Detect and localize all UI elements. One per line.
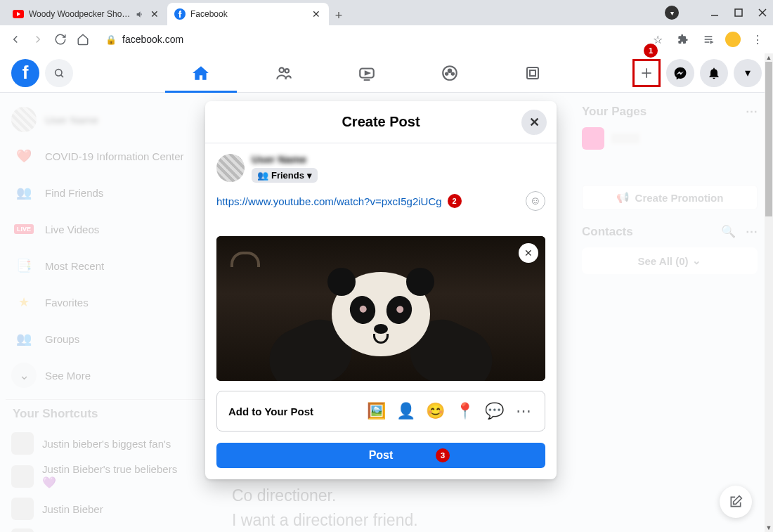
gif-icon[interactable]: 💬 <box>484 402 504 420</box>
scrollbar[interactable]: ▲ ▼ <box>765 53 773 532</box>
url-input[interactable]: 🔒 facebook.com <box>97 29 637 50</box>
close-icon[interactable]: ✕ <box>311 8 322 20</box>
close-icon[interactable]: ✕ <box>149 8 160 20</box>
add-to-post-label: Add to Your Post <box>228 406 313 417</box>
profile-icon[interactable]: ▾ <box>665 6 679 20</box>
nav-groups[interactable] <box>411 55 488 91</box>
svg-rect-16 <box>527 67 538 79</box>
shortcut-item[interactable]: Justin bieber's biggest fan's <box>6 428 205 459</box>
sidebar-item-covid[interactable]: ❤️COVID-19 Information Center <box>6 138 205 174</box>
remove-preview-button[interactable]: ✕ <box>519 243 538 263</box>
more-icon[interactable]: ⋯ <box>514 402 533 420</box>
shortcuts-header: Your Shortcuts <box>6 399 205 428</box>
reload-button[interactable] <box>52 31 69 48</box>
shortcut-thumb <box>11 528 34 532</box>
back-button[interactable] <box>7 31 24 48</box>
your-pages-header: Your Pages <box>582 105 647 119</box>
annotation-2: 2 <box>448 194 462 208</box>
url-text: facebook.com <box>122 34 183 45</box>
search-button[interactable] <box>45 59 73 87</box>
svg-rect-3 <box>735 9 742 16</box>
nav-gaming[interactable] <box>494 55 571 91</box>
emoji-button[interactable]: ☺ <box>526 191 545 211</box>
page-thumb[interactable] <box>582 127 604 150</box>
feeling-icon[interactable]: 😊 <box>425 402 445 420</box>
svg-line-7 <box>61 74 63 77</box>
nav-home[interactable] <box>162 55 240 91</box>
live-icon: LIVE <box>11 216 37 242</box>
forward-button[interactable] <box>30 31 46 48</box>
notifications-button[interactable] <box>700 59 728 87</box>
svg-point-13 <box>448 69 451 72</box>
tab-youtube[interactable]: Woody Woodpecker Show | ✕ <box>6 3 167 25</box>
scroll-up-icon[interactable]: ▲ <box>765 53 773 62</box>
minimize-button[interactable] <box>710 8 720 18</box>
link-preview: ✕ <box>216 236 545 381</box>
sidebar-profile[interactable]: User Name <box>6 101 205 138</box>
create-promotion-button[interactable]: 📢Create Promotion <box>582 185 758 210</box>
reading-list-icon[interactable] <box>700 31 717 48</box>
tab-facebook[interactable]: Facebook ✕ <box>167 3 329 25</box>
scroll-down-icon[interactable]: ▼ <box>765 524 773 532</box>
see-all-button[interactable]: See All (0)⌄ <box>582 247 758 274</box>
sidebar-item-recent[interactable]: 📑Most Recent <box>6 247 205 284</box>
audience-selector[interactable]: 👥 Friends ▾ <box>252 168 318 183</box>
scrollbar-thumb[interactable] <box>765 62 772 216</box>
page-name <box>611 134 639 143</box>
svg-point-9 <box>285 69 289 72</box>
browser-chrome: Woody Woodpecker Show | ✕ Facebook ✕ + ▾… <box>0 0 773 53</box>
post-button[interactable]: Post 3 <box>216 443 545 468</box>
nav-watch[interactable] <box>328 55 405 91</box>
more-icon[interactable]: ⋯ <box>746 224 758 239</box>
tab-title: Facebook <box>190 9 306 19</box>
shortcut-item[interactable]: Justin Bieber's true beliebers💜 <box>6 459 205 493</box>
shortcut-thumb <box>11 498 34 520</box>
sidebar-item-friends[interactable]: 👥Find Friends <box>6 174 205 211</box>
groups-icon: 👥 <box>11 326 37 351</box>
messenger-button[interactable] <box>666 59 694 87</box>
create-post-modal: Create Post ✕ User Name 👥 Friends ▾ http… <box>205 101 557 479</box>
svg-point-15 <box>452 72 454 74</box>
chevron-down-icon: ⌄ <box>692 254 701 267</box>
extensions-icon[interactable] <box>675 31 691 48</box>
maximize-button[interactable] <box>734 8 743 18</box>
menu-icon[interactable]: ⋮ <box>749 31 766 48</box>
preview-image <box>216 236 545 381</box>
compose-area[interactable]: https://www.youtube.com/watch?v=pxcI5g2i… <box>216 191 545 211</box>
shortcut-thumb <box>11 465 34 488</box>
more-icon[interactable]: ⋯ <box>746 104 758 119</box>
tab-strip: Woody Woodpecker Show | ✕ Facebook ✕ + <box>0 0 773 25</box>
shortcut-item[interactable]: Justin Bieber <box>6 493 205 524</box>
photo-video-icon[interactable]: 🖼️ <box>366 402 386 420</box>
create-button[interactable] <box>632 59 661 87</box>
nav-friends[interactable] <box>245 55 323 91</box>
audio-icon[interactable] <box>136 10 145 19</box>
window-close-button[interactable] <box>758 8 767 18</box>
fb-logo[interactable]: f <box>11 59 39 87</box>
caret-down-icon: ▾ <box>307 170 312 181</box>
check-in-icon[interactable]: 📍 <box>455 402 474 420</box>
recent-icon: 📑 <box>11 253 37 278</box>
add-to-post: Add to Your Post 🖼️ 👤 😊 📍 💬 ⋯ <box>216 391 545 432</box>
sidebar-item-favorites[interactable]: ★Favorites <box>6 284 205 320</box>
author-row: User Name 👥 Friends ▾ <box>216 153 545 183</box>
search-icon[interactable]: 🔍 <box>721 224 736 239</box>
tag-people-icon[interactable]: 👤 <box>396 402 415 420</box>
sidebar-see-more[interactable]: ⌄See More <box>6 357 205 394</box>
svg-point-6 <box>56 69 62 75</box>
friends-icon: 👥 <box>11 180 37 205</box>
link-text: https://www.youtube.com/watch?v=pxcI5g2i… <box>216 195 442 207</box>
left-sidebar: User Name ❤️COVID-19 Information Center … <box>0 93 211 532</box>
account-menu[interactable]: ▾ <box>734 59 762 87</box>
shortcut-item[interactable]: Justin Bieber just one <box>6 524 205 532</box>
close-button[interactable]: ✕ <box>521 110 547 135</box>
annotation-1: 1 <box>644 44 658 58</box>
user-avatar-icon[interactable] <box>725 32 741 47</box>
sidebar-item-live[interactable]: LIVELive Videos <box>6 211 205 247</box>
home-button[interactable] <box>74 31 91 48</box>
new-message-fab[interactable] <box>720 486 752 518</box>
new-tab-button[interactable]: + <box>329 6 349 25</box>
chevron-down-icon: ⌄ <box>11 363 37 388</box>
annotation-3: 3 <box>436 448 450 462</box>
sidebar-item-groups[interactable]: 👥Groups <box>6 320 205 357</box>
